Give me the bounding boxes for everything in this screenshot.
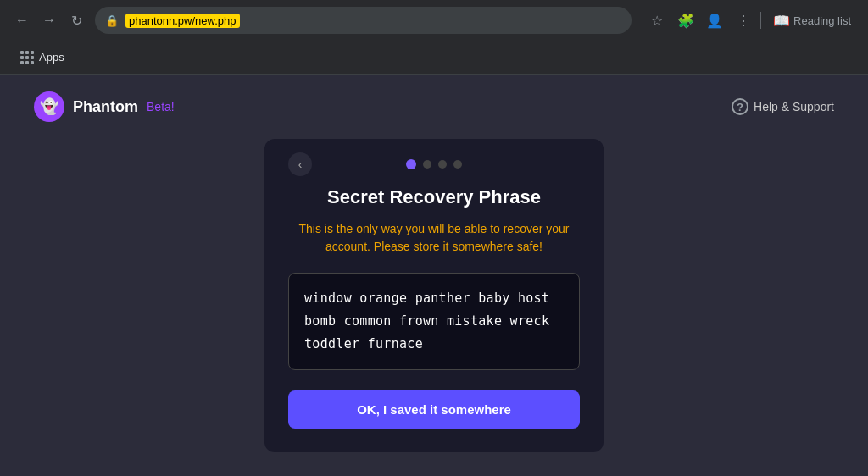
phantom-name: Phantom bbox=[73, 98, 138, 116]
url-display: phantonn.pw/new.php bbox=[125, 14, 240, 28]
apps-grid-icon bbox=[20, 51, 34, 64]
bookmarks-bar: Apps bbox=[0, 41, 868, 75]
wizard-card: ‹ Secret Recovery Phrase This is the onl… bbox=[264, 139, 604, 452]
toolbar-divider bbox=[760, 12, 761, 29]
more-button[interactable]: ⋮ bbox=[732, 8, 755, 32]
reading-list-icon: 📖 bbox=[773, 13, 790, 29]
wizard-dot-2 bbox=[423, 160, 431, 169]
card-title: Secret Recovery Phrase bbox=[327, 186, 541, 208]
phrase-box: window orange panther baby host bomb com… bbox=[288, 273, 580, 370]
phantom-beta: Beta! bbox=[147, 100, 175, 113]
refresh-button[interactable]: ↻ bbox=[64, 8, 88, 32]
apps-label: Apps bbox=[39, 51, 64, 64]
back-button[interactable]: ← bbox=[10, 8, 34, 32]
apps-button[interactable]: Apps bbox=[14, 47, 71, 68]
nav-buttons: ← → ↻ bbox=[10, 8, 88, 32]
help-support-link[interactable]: ? Help & Support bbox=[732, 98, 834, 115]
reading-list-label: Reading list bbox=[793, 14, 851, 27]
wizard-back-button[interactable]: ‹ bbox=[288, 152, 312, 176]
wizard-nav-top: ‹ bbox=[288, 159, 580, 169]
help-label: Help & Support bbox=[754, 100, 834, 113]
recovery-phrase: window orange panther baby host bomb com… bbox=[304, 291, 549, 351]
reading-list-button[interactable]: 📖 Reading list bbox=[766, 9, 858, 32]
phantom-icon: 👻 bbox=[34, 91, 64, 122]
ok-button[interactable]: OK, I saved it somewhere bbox=[288, 390, 580, 429]
wizard-dot-1 bbox=[406, 159, 416, 169]
help-icon: ? bbox=[732, 98, 748, 115]
page-body: 👻 Phantom Beta! ? Help & Support ‹ Secre… bbox=[0, 75, 868, 476]
profile-button[interactable]: 👤 bbox=[703, 8, 726, 32]
address-bar[interactable]: 🔒 phantonn.pw/new.php bbox=[95, 7, 632, 34]
card-subtitle: This is the only way you will be able to… bbox=[288, 220, 580, 256]
phantom-logo: 👻 Phantom Beta! bbox=[34, 91, 175, 122]
wizard-dot-4 bbox=[453, 160, 462, 169]
toolbar-actions: ☆ 🧩 👤 ⋮ 📖 Reading list bbox=[645, 8, 858, 32]
browser-chrome: ← → ↻ 🔒 phantonn.pw/new.php ☆ 🧩 👤 bbox=[0, 0, 868, 75]
extensions-button[interactable]: 🧩 bbox=[674, 8, 698, 32]
ext-header: 👻 Phantom Beta! ? Help & Support bbox=[0, 75, 868, 139]
wizard-dot-3 bbox=[438, 160, 447, 169]
wizard-dots bbox=[406, 159, 462, 169]
forward-button[interactable]: → bbox=[37, 8, 61, 32]
star-button[interactable]: ☆ bbox=[645, 8, 669, 32]
browser-toolbar: ← → ↻ 🔒 phantonn.pw/new.php ☆ 🧩 👤 bbox=[0, 0, 868, 41]
